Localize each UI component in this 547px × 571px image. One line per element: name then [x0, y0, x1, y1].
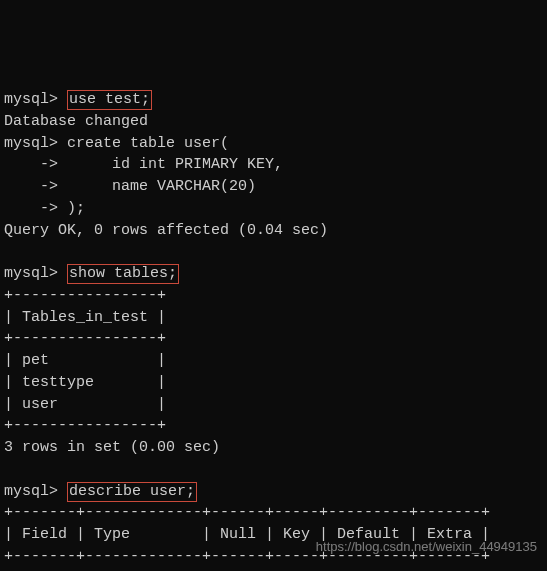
watermark-text: https://blog.csdn.net/weixin_44949135 [316, 538, 537, 557]
command-describe-user: describe user; [67, 482, 197, 502]
command-show-tables: show tables; [67, 264, 179, 284]
mysql-prompt: mysql> [4, 265, 58, 282]
terminal-output: mysql> use test; Database changed mysql>… [4, 89, 543, 571]
table-border: +----------------+ [4, 417, 166, 434]
continuation-prompt: -> [4, 156, 58, 173]
mysql-prompt: mysql> [4, 135, 58, 152]
continuation-prompt: -> [4, 178, 58, 195]
table-row: | testtype | [4, 374, 166, 391]
table-border: +----------------+ [4, 330, 166, 347]
table-border: +----------------+ [4, 287, 166, 304]
response-query-ok: Query OK, 0 rows affected (0.04 sec) [4, 222, 328, 239]
continuation-prompt: -> [4, 200, 58, 217]
command-create-table-l3: name VARCHAR(20) [67, 178, 256, 195]
mysql-prompt: mysql> [4, 91, 58, 108]
table-border: +-------+-------------+------+-----+----… [4, 504, 490, 521]
command-create-table-l4: ); [67, 200, 85, 217]
response-db-changed: Database changed [4, 113, 148, 130]
response-rows-in-set: 3 rows in set (0.00 sec) [4, 439, 220, 456]
table-row: | pet | [4, 352, 166, 369]
mysql-prompt: mysql> [4, 483, 58, 500]
table-row: | user | [4, 396, 166, 413]
command-create-table-l1: create table user( [67, 135, 229, 152]
command-create-table-l2: id int PRIMARY KEY, [67, 156, 283, 173]
command-use-test: use test; [67, 90, 152, 110]
table-header: | Tables_in_test | [4, 309, 166, 326]
